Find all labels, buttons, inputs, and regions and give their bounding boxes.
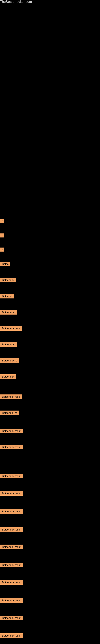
- bottleneck-badge[interactable]: Bottleneck result: [0, 633, 23, 638]
- item-row: B: [0, 219, 4, 224]
- item-row: Bottleneck result: [0, 598, 23, 604]
- item-row: Bottle: [0, 262, 10, 268]
- item-row: Bottleneck result: [0, 527, 23, 533]
- item-row: Bottleneck result: [0, 445, 23, 450]
- bottleneck-badge[interactable]: Bottleneck re: [0, 410, 19, 415]
- item-row: Bottleneck re: [0, 358, 19, 364]
- bottleneck-badge[interactable]: E: [0, 248, 4, 252]
- bottleneck-badge[interactable]: Bottleneck r: [0, 310, 17, 314]
- item-row: Bottleneck result: [0, 616, 23, 622]
- bottleneck-badge[interactable]: Bottleneck result: [0, 544, 23, 549]
- bottleneck-badge[interactable]: |: [0, 234, 3, 238]
- item-row: Bottleneck result: [0, 633, 23, 639]
- bottleneck-badge[interactable]: Bottleneck: [0, 278, 16, 282]
- item-row: Bottleneck re: [0, 410, 19, 416]
- item-row: Bottleneck resu: [0, 394, 22, 400]
- bottleneck-badge[interactable]: Bottleneck result: [0, 598, 23, 603]
- bottleneck-badge[interactable]: Bottleneck result: [0, 580, 23, 585]
- bottleneck-badge[interactable]: Bottleneck result: [0, 563, 23, 567]
- item-row: Bottleneck result: [0, 544, 23, 550]
- bottleneck-badge[interactable]: Bottlenec: [0, 294, 14, 298]
- item-row: Bottleneck r: [0, 342, 17, 348]
- bottleneck-badge[interactable]: Bottleneck result: [0, 445, 23, 450]
- item-row: Bottleneck resu: [0, 326, 22, 332]
- item-row: Bottleneck result: [0, 491, 23, 497]
- item-row: E: [0, 248, 4, 253]
- bottleneck-badge[interactable]: Bottleneck result: [0, 429, 23, 433]
- item-row: Bottleneck result: [0, 474, 23, 480]
- bottleneck-badge[interactable]: Bottleneck result: [0, 527, 23, 532]
- bottleneck-badge[interactable]: Bottleneck result: [0, 616, 23, 620]
- item-row: Bottleneck result: [0, 509, 23, 515]
- bottleneck-badge[interactable]: B: [0, 219, 4, 224]
- item-row: |: [0, 234, 3, 239]
- bottleneck-badge[interactable]: Bottleneck result: [0, 491, 23, 496]
- site-title: TheBottlenecker.com: [0, 0, 32, 4]
- item-row: Bottleneck result: [0, 429, 23, 434]
- item-row: Bottleneck: [0, 374, 16, 380]
- item-row: Bottlenec: [0, 294, 14, 300]
- bottleneck-badge[interactable]: Bottleneck resu: [0, 394, 22, 399]
- bottleneck-badge[interactable]: Bottle: [0, 262, 10, 266]
- item-row: Bottleneck r: [0, 310, 17, 316]
- bottleneck-badge[interactable]: Bottleneck result: [0, 509, 23, 514]
- bottleneck-badge[interactable]: Bottleneck re: [0, 358, 19, 363]
- bottleneck-badge[interactable]: Bottleneck result: [0, 474, 23, 478]
- bottleneck-badge[interactable]: Bottleneck r: [0, 342, 17, 347]
- item-row: Bottleneck: [0, 278, 16, 284]
- bottleneck-badge[interactable]: Bottleneck resu: [0, 326, 22, 331]
- item-row: Bottleneck result: [0, 580, 23, 586]
- item-row: Bottleneck result: [0, 563, 23, 568]
- bottleneck-badge[interactable]: Bottleneck: [0, 374, 16, 379]
